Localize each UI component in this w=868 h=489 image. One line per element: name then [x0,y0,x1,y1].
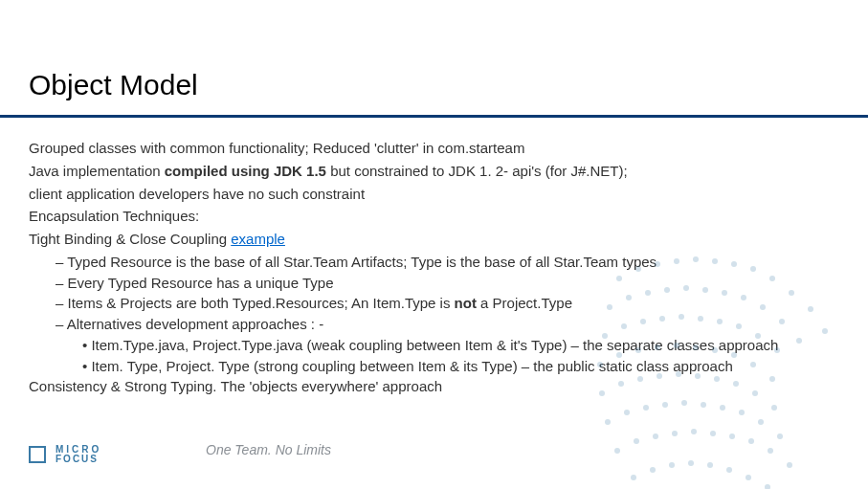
body-line-1: Grouped classes with common functionalit… [29,138,830,159]
slide-body: Grouped classes with common functionalit… [29,138,830,399]
microfocus-logo-text: MICRO FOCUS [56,445,101,464]
dash-item-3-pre: Items & Projects are both Typed.Resource… [68,295,455,311]
bullet-item-1: Item.Type.java, Project.Type.java (weak … [82,335,830,356]
dash-list: Typed Resource is the base of all Star.T… [29,252,830,377]
footer-brand: MICRO FOCUS [29,445,101,464]
svg-point-53 [605,419,611,425]
body-line-3: client application developers have no su… [29,184,830,205]
dash-item-1-text: Typed Resource is the base of all Star.T… [67,254,657,270]
svg-point-73 [631,475,636,480]
dash-item-3-bold: not [455,295,477,311]
svg-point-54 [624,410,630,415]
svg-point-69 [729,433,735,439]
bullet-item-2-text: Item. Type, Project. Type (strong coupli… [91,358,732,374]
svg-point-52 [771,405,777,411]
svg-point-68 [710,431,716,436]
svg-point-75 [669,462,675,468]
svg-point-61 [758,419,764,425]
svg-point-62 [777,433,783,439]
svg-point-74 [650,467,656,473]
svg-point-77 [707,462,713,468]
svg-point-71 [768,448,773,454]
svg-point-64 [634,438,639,444]
body-line-2-pre: Java implementation [29,163,165,179]
svg-point-70 [748,438,754,444]
svg-point-79 [746,475,751,480]
dash-item-2: Every Typed Resource has a unique Type [56,273,830,294]
svg-point-56 [662,402,668,408]
microfocus-logo-icon [29,446,46,463]
svg-point-58 [701,402,706,408]
svg-point-55 [643,405,649,411]
dash-item-3-post: a Project.Type [477,295,572,311]
dash-item-4: Alternatives development approaches : - … [56,314,830,376]
slide: { "title": "Object Model", "body": { "li… [0,0,868,489]
svg-point-78 [726,467,732,473]
tight-binding-text: Tight Binding & Close Coupling [29,231,231,247]
logo-line-2: FOCUS [56,455,101,464]
body-line-2: Java implementation compiled using JDK 1… [29,161,830,182]
svg-point-63 [614,448,620,454]
body-line-2-bold: compiled using JDK 1.5 [165,163,326,179]
svg-point-72 [787,462,792,468]
svg-point-76 [688,460,694,466]
tight-binding-line: Tight Binding & Close Coupling example [29,229,830,250]
svg-point-80 [765,484,770,489]
slide-title: Object Model [29,69,198,101]
svg-point-57 [681,400,687,406]
body-line-2-post: but constrained to JDK 1. 2- api's (for … [326,163,628,179]
svg-point-60 [739,410,745,415]
brand-tagline: One Team. No Limits [206,442,331,457]
dash-item-1: Typed Resource is the base of all Star.T… [56,252,830,273]
svg-point-59 [720,405,725,411]
dash-item-3: Items & Projects are both Typed.Resource… [56,293,830,314]
bullet-item-1-text: Item.Type.java, Project.Type.java (weak … [91,337,778,353]
title-underline [0,115,868,118]
svg-point-67 [691,429,697,434]
example-link[interactable]: example [231,231,285,247]
bullet-item-2: Item. Type, Project. Type (strong coupli… [82,356,830,377]
dash-item-4-text: Alternatives development approaches : - [67,316,323,332]
dash-item-2-text: Every Typed Resource has a unique Type [68,275,334,291]
bullet-list: Item.Type.java, Project.Type.java (weak … [56,335,830,377]
svg-point-65 [653,433,658,439]
body-line-4: Encapsulation Techniques: [29,206,830,227]
svg-point-66 [672,431,678,436]
consistency-line: Consistency & Strong Typing. The 'object… [29,376,830,397]
